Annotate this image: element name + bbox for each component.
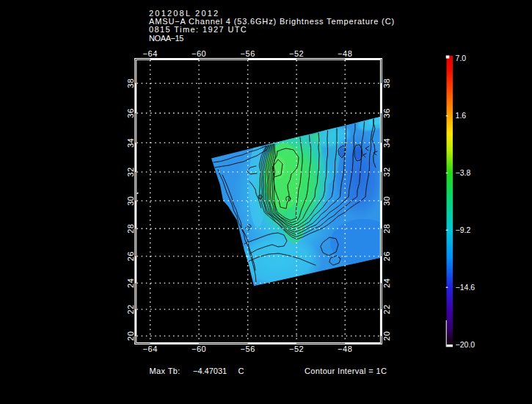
svg-text:0815 Time: 1927 UTC: 0815 Time: 1927 UTC (149, 25, 247, 34)
svg-text:−3.8: −3.8 (456, 168, 471, 177)
svg-text:28: 28 (382, 224, 391, 234)
svg-text:AMSU−A Channel 4 (53.6GHz) Bri: AMSU−A Channel 4 (53.6GHz) Brightness Te… (149, 17, 395, 26)
svg-text:36: 36 (382, 108, 391, 118)
svg-text:−56: −56 (241, 345, 255, 353)
svg-text:−48: −48 (338, 345, 352, 353)
svg-text:32: 32 (382, 167, 391, 176)
svg-text:Contour Interval = 1C: Contour Interval = 1C (305, 367, 387, 375)
svg-text:−56: −56 (241, 49, 255, 58)
svg-text:24: 24 (382, 278, 391, 288)
svg-text:32: 32 (126, 167, 135, 176)
svg-text:26: 26 (126, 251, 135, 261)
svg-text:1.6: 1.6 (456, 111, 467, 120)
svg-text:−48: −48 (338, 49, 352, 58)
svg-text:34: 34 (126, 138, 135, 148)
svg-text:24: 24 (126, 278, 135, 288)
svg-text:−52: −52 (289, 345, 304, 353)
svg-text:20: 20 (382, 331, 391, 341)
svg-text:38: 38 (126, 79, 135, 88)
svg-text:−60: −60 (192, 49, 206, 58)
svg-text:26: 26 (382, 251, 391, 261)
svg-text:Max Tb:: Max Tb: (149, 367, 180, 375)
svg-text:C: C (238, 367, 244, 375)
svg-text:−9.2: −9.2 (456, 226, 471, 234)
svg-text:NOAA−15: NOAA−15 (149, 34, 183, 43)
svg-text:38: 38 (382, 79, 391, 88)
svg-text:−20.0: −20.0 (456, 340, 475, 349)
svg-text:36: 36 (126, 108, 135, 118)
svg-text:−14.6: −14.6 (456, 283, 475, 292)
svg-text:−60: −60 (192, 345, 206, 353)
svg-text:30: 30 (126, 196, 135, 206)
svg-text:20: 20 (126, 331, 135, 341)
svg-text:22: 22 (382, 304, 391, 314)
svg-text:−4.47031: −4.47031 (193, 367, 227, 375)
svg-text:28: 28 (126, 224, 135, 234)
svg-text:7.0: 7.0 (456, 54, 467, 62)
svg-text:−52: −52 (289, 49, 304, 58)
svg-text:−64: −64 (143, 345, 158, 353)
svg-text:−64: −64 (143, 49, 158, 58)
svg-text:34: 34 (382, 138, 391, 148)
svg-text:22: 22 (126, 304, 135, 314)
svg-text:30: 30 (382, 196, 391, 206)
